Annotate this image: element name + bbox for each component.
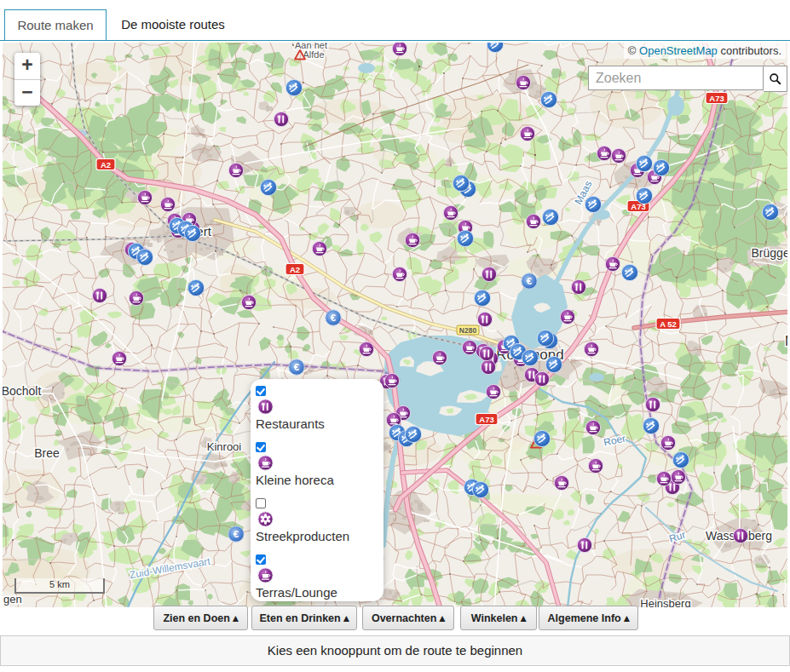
svg-text:Alfde: Alfde	[303, 49, 324, 60]
svg-text:gen: gen	[3, 593, 22, 606]
svg-text:A2: A2	[101, 160, 111, 169]
svg-text:N280: N280	[459, 326, 477, 335]
svg-text:A73: A73	[709, 94, 724, 103]
svg-text:M: M	[785, 334, 787, 348]
svg-text:Bocholt: Bocholt	[3, 384, 41, 398]
svg-text:A2: A2	[290, 265, 300, 274]
svg-text:Heinsberg: Heinsberg	[640, 597, 690, 607]
svg-text:Brüggen: Brüggen	[752, 246, 787, 260]
svg-text:Bree: Bree	[34, 446, 60, 460]
svg-text:A73: A73	[479, 415, 493, 424]
svg-text:A 52: A 52	[660, 319, 677, 329]
svg-text:Kinrooi: Kinrooi	[207, 440, 242, 453]
